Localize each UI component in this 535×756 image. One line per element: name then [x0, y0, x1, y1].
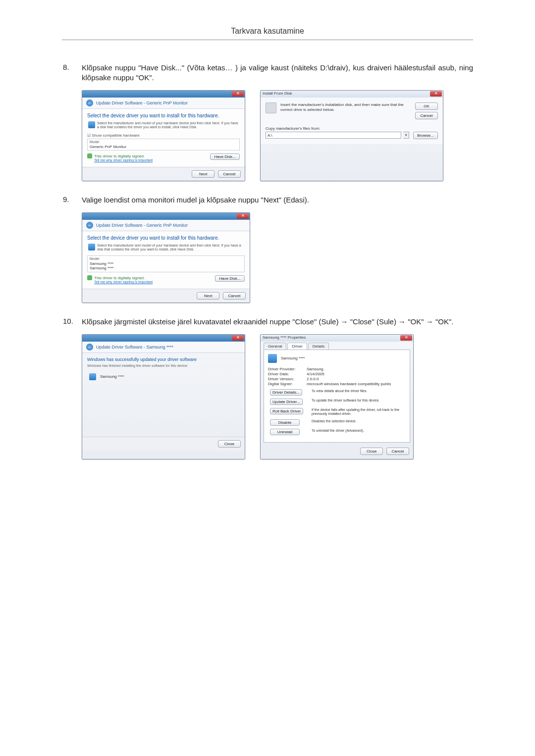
step-8-text: Klõpsake nuppu "Have Disk..." (Võta keta…	[82, 63, 473, 83]
tellme-link[interactable]: Tell me why driver signing is important	[94, 280, 153, 284]
path-input[interactable]: A:\	[266, 132, 401, 139]
breadcrumb-text: Update Driver Software - Generic PnP Mon…	[96, 101, 188, 105]
tab-details[interactable]: Details	[308, 343, 329, 350]
titlebar: Samsung **** Properties ✕	[261, 335, 413, 342]
titlebar: ✕	[82, 335, 245, 342]
dialog-heading: Select the device driver you want to ins…	[87, 235, 245, 241]
close-button[interactable]: Close	[218, 440, 241, 448]
cancel-button[interactable]: Cancel	[223, 292, 246, 300]
signer-value: microsoft windows hardware compatibility…	[307, 382, 391, 386]
close-icon[interactable]: ✕	[232, 335, 244, 341]
step-10: 10. Klõpsake järgmistel üksteise järel k…	[62, 317, 473, 327]
monitor-icon	[268, 354, 277, 363]
date-key: Driver Date:	[268, 372, 307, 376]
step-8-number: 8.	[62, 63, 82, 83]
breadcrumb: ← Update Driver Software - Samsung ****	[82, 342, 245, 353]
tab-driver[interactable]: Driver	[287, 343, 307, 350]
dialog-subtext: Select the manufacturer and model of you…	[97, 121, 240, 130]
titlebar: ✕	[82, 213, 250, 220]
have-disk-button[interactable]: Have Disk...	[210, 153, 240, 160]
tellme-link[interactable]: Tell me why driver signing is important	[94, 158, 153, 162]
back-icon[interactable]: ←	[86, 344, 93, 351]
provider-value: Samsung	[307, 367, 323, 371]
dropdown-icon[interactable]: ▾	[403, 132, 409, 139]
step-9-text: Valige loendist oma monitori mudel ja kl…	[82, 195, 473, 205]
breadcrumb: ← Update Driver Software - Generic PnP M…	[82, 98, 245, 109]
close-icon[interactable]: ✕	[400, 335, 412, 341]
model-list[interactable]: Model Samsung **** Samsung ****	[87, 255, 245, 272]
have-disk-button[interactable]: Have Disk...	[215, 275, 245, 282]
installed-device-row: Samsung ****	[82, 371, 245, 382]
signed-label: This driver is digitally signed.	[87, 275, 153, 280]
tab-general[interactable]: General	[264, 343, 286, 350]
step-9-number: 9.	[62, 195, 82, 205]
version-value: 2.0.0.0	[307, 377, 319, 381]
step-8: 8. Klõpsake nuppu "Have Disk..." (Võta k…	[62, 63, 473, 83]
update-success-dialog: ✕ ← Update Driver Software - Samsung ***…	[82, 334, 245, 460]
device-properties-dialog: Samsung **** Properties ✕ General Driver…	[260, 334, 414, 460]
provider-key: Driver Provider:	[268, 367, 307, 371]
update-driver-dialog-8: ✕ ← Update Driver Software - Generic PnP…	[82, 90, 245, 182]
close-button[interactable]: Close	[360, 448, 383, 455]
date-value: 4/14/2005	[307, 372, 324, 376]
update-driver-dialog-9: ✕ ← Update Driver Software - Generic PnP…	[82, 212, 250, 303]
dialog-heading: Select the device driver you want to ins…	[87, 113, 240, 118]
installed-device-name: Samsung ****	[100, 374, 124, 379]
shield-icon	[87, 153, 92, 158]
breadcrumb: ← Update Driver Software - Generic PnP M…	[82, 220, 250, 231]
step-9-figures: ✕ ← Update Driver Software - Generic PnP…	[82, 212, 473, 303]
titlebar: Install From Disk ✕	[261, 91, 443, 98]
driver-details-desc: To view details about the driver files.	[312, 389, 406, 394]
version-key: Driver Version:	[268, 377, 307, 381]
instruction-text: Insert the manufacturer's installation d…	[280, 102, 409, 119]
close-icon[interactable]: ✕	[430, 91, 442, 97]
disable-desc: Disables the selected device.	[312, 419, 406, 424]
titlebar-text: Install From Disk	[263, 91, 292, 96]
cancel-button[interactable]: Cancel	[386, 448, 409, 455]
update-driver-desc: To update the driver software for this d…	[312, 399, 406, 403]
close-icon[interactable]: ✕	[237, 213, 249, 219]
monitor-icon	[89, 373, 96, 380]
close-icon[interactable]: ✕	[232, 91, 244, 97]
device-name: Samsung ****	[281, 356, 305, 360]
signed-text: This driver is digitally signed.	[94, 276, 145, 280]
model-item[interactable]: Generic PnP Monitor	[90, 145, 237, 149]
breadcrumb-text: Update Driver Software - Samsung ****	[96, 345, 173, 350]
success-heading: Windows has successfully updated your dr…	[82, 353, 245, 364]
install-from-disk-dialog: Install From Disk ✕ Insert the manufactu…	[260, 90, 443, 182]
uninstall-button[interactable]: Uninstall	[270, 429, 300, 435]
copy-from-label: Copy manufacturer's files from:	[266, 126, 438, 131]
step-10-number: 10.	[62, 317, 82, 327]
titlebar-text: Samsung **** Properties	[263, 335, 306, 340]
model-item-1[interactable]: Samsung ****	[90, 261, 242, 266]
rollback-driver-desc: If the device fails after updating the d…	[312, 408, 406, 417]
show-compatible-checkbox[interactable]: ☑ Show compatible hardware	[87, 133, 240, 138]
success-subtext: Windows has finished installing the driv…	[82, 364, 245, 371]
model-item-2[interactable]: Samsung ****	[90, 266, 242, 270]
step-10-text: Klõpsake järgmistel üksteise järel kuvat…	[82, 317, 473, 327]
update-driver-button[interactable]: Update Driver...	[270, 399, 303, 405]
step-10-figures: ✕ ← Update Driver Software - Samsung ***…	[82, 334, 473, 460]
back-icon[interactable]: ←	[86, 100, 93, 106]
signed-label: This driver is digitally signed.	[87, 153, 153, 158]
titlebar: ✕	[82, 91, 245, 98]
rollback-driver-button[interactable]: Roll Back Driver	[270, 408, 303, 414]
shield-icon	[87, 275, 92, 280]
cancel-button[interactable]: Cancel	[218, 170, 241, 178]
signer-key: Digital Signer:	[268, 382, 307, 386]
dialog-subtext: Select the manufacturer and model of you…	[97, 244, 245, 252]
cancel-button[interactable]: Cancel	[415, 112, 438, 119]
model-list-header: Model	[90, 140, 237, 144]
ok-button[interactable]: OK	[415, 102, 438, 110]
disk-icon	[266, 102, 276, 113]
next-button[interactable]: Next	[192, 170, 214, 178]
back-icon[interactable]: ←	[86, 222, 93, 229]
next-button[interactable]: Next	[197, 292, 219, 300]
browse-button[interactable]: Browse...	[413, 132, 438, 139]
model-list-header: Model	[90, 257, 242, 260]
page-header: Tarkvara kasutamine	[62, 27, 473, 40]
driver-details-button[interactable]: Driver Details...	[270, 389, 302, 396]
disable-button[interactable]: Disable	[270, 419, 300, 426]
model-list[interactable]: Model Generic PnP Monitor	[87, 139, 240, 151]
breadcrumb-text: Update Driver Software - Generic PnP Mon…	[96, 223, 188, 228]
